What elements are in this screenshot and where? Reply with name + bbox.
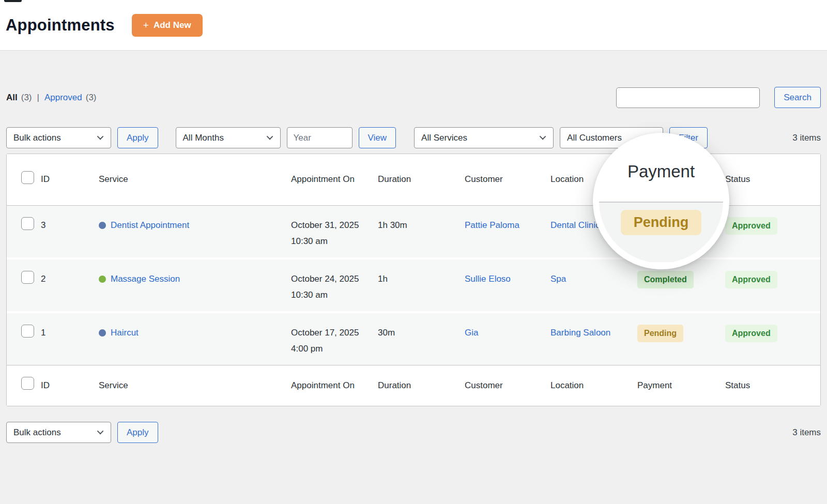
search-group: Search bbox=[616, 87, 821, 108]
magnifier-header-area: Payment bbox=[599, 139, 723, 203]
view-all-count: (3) bbox=[21, 93, 32, 103]
magnifier-body-area: Pending bbox=[599, 203, 723, 262]
table-row: 1 Haircut October 17, 2025 4:00 pm 30m G… bbox=[7, 313, 820, 365]
page-title: Appointments bbox=[6, 16, 115, 35]
column-footer-payment: Payment bbox=[637, 365, 725, 406]
column-header-customer: Customer bbox=[465, 154, 550, 206]
view-button[interactable]: View bbox=[359, 127, 396, 148]
row-checkbox[interactable] bbox=[21, 325, 34, 338]
view-approved-link[interactable]: Approved bbox=[44, 93, 82, 103]
bulk-actions-value: Bulk actions bbox=[13, 427, 61, 438]
apply-button-bottom[interactable]: Apply bbox=[117, 422, 158, 443]
page-header: Appointments + Add New bbox=[0, 0, 827, 51]
service-color-dot bbox=[99, 222, 106, 229]
payment-status-badge: Completed bbox=[637, 271, 694, 288]
column-header-status: Status bbox=[725, 154, 820, 206]
months-filter-value: All Months bbox=[183, 133, 224, 143]
service-link[interactable]: Dentist Appointment bbox=[111, 217, 189, 233]
column-footer-service: Service bbox=[99, 365, 291, 406]
status-badge: Approved bbox=[725, 325, 777, 342]
search-input[interactable] bbox=[616, 87, 760, 108]
customer-link[interactable]: Pattie Paloma bbox=[465, 220, 519, 230]
status-badge: Approved bbox=[725, 271, 777, 288]
months-filter-select[interactable]: All Months bbox=[176, 127, 281, 148]
cell-appointment-on: October 17, 2025 4:00 pm bbox=[291, 313, 378, 365]
column-footer-location: Location bbox=[550, 365, 637, 406]
column-footer-appointment-on: Appointment On bbox=[291, 365, 378, 406]
bottom-toolbar: Bulk actions Apply 3 items bbox=[6, 422, 821, 443]
add-new-label: Add New bbox=[154, 20, 191, 30]
chevron-down-icon bbox=[266, 133, 273, 140]
chevron-down-icon bbox=[97, 428, 104, 435]
row-checkbox[interactable] bbox=[21, 217, 34, 230]
payment-status-badge: Pending bbox=[637, 325, 683, 342]
view-approved-count: (3) bbox=[86, 93, 97, 103]
customer-link[interactable]: Sullie Eloso bbox=[465, 274, 511, 284]
table-footer-row: ID Service Appointment On Duration Custo… bbox=[7, 365, 820, 406]
cell-appointment-on: October 31, 2025 10:30 am bbox=[291, 206, 378, 259]
add-new-button[interactable]: + Add New bbox=[132, 14, 203, 37]
cell-id: 3 bbox=[41, 206, 99, 259]
column-footer-customer: Customer bbox=[465, 365, 550, 406]
location-link[interactable]: Spa bbox=[550, 274, 566, 284]
plus-icon: + bbox=[143, 20, 149, 30]
services-filter-value: All Services bbox=[421, 133, 467, 143]
services-filter-select[interactable]: All Services bbox=[414, 127, 554, 148]
cell-id: 2 bbox=[41, 259, 99, 313]
magnified-pending-badge: Pending bbox=[621, 210, 702, 235]
cell-appointment-on: October 24, 2025 10:30 am bbox=[291, 259, 378, 313]
customer-link[interactable]: Gia bbox=[465, 328, 478, 338]
column-footer-duration: Duration bbox=[378, 365, 465, 406]
table-row: 2 Massage Session October 24, 2025 10:30… bbox=[7, 259, 820, 313]
items-count-bottom: 3 items bbox=[792, 427, 821, 438]
chevron-down-icon bbox=[540, 133, 546, 140]
magnifier-lens: Payment Pending bbox=[593, 133, 729, 269]
status-badge: Approved bbox=[725, 217, 777, 235]
row-checkbox[interactable] bbox=[21, 271, 34, 284]
cell-duration: 30m bbox=[378, 313, 465, 365]
magnified-payment-column-label: Payment bbox=[599, 162, 723, 181]
cell-id: 1 bbox=[41, 313, 99, 365]
column-header-service: Service bbox=[99, 154, 291, 206]
location-link[interactable]: Dental Clinic bbox=[550, 220, 600, 230]
cell-duration: 1h 30m bbox=[378, 206, 465, 259]
window-edge-artifact bbox=[4, 0, 22, 2]
cell-duration: 1h bbox=[378, 259, 465, 313]
service-link[interactable]: Haircut bbox=[111, 325, 139, 341]
customers-filter-value: All Customers bbox=[567, 133, 622, 143]
apply-button[interactable]: Apply bbox=[117, 127, 158, 148]
year-input[interactable] bbox=[287, 127, 353, 148]
search-button[interactable]: Search bbox=[774, 87, 821, 108]
service-color-dot bbox=[99, 329, 106, 337]
main-content: All (3) | Approved (3) Search Bulk actio… bbox=[0, 87, 827, 443]
location-link[interactable]: Barbing Saloon bbox=[550, 328, 610, 338]
view-all-link[interactable]: All bbox=[6, 93, 18, 103]
column-header-appointment-on: Appointment On bbox=[291, 154, 378, 206]
select-all-checkbox[interactable] bbox=[21, 377, 34, 390]
column-header-id: ID bbox=[41, 154, 99, 206]
column-header-duration: Duration bbox=[378, 154, 465, 206]
select-all-checkbox[interactable] bbox=[21, 171, 34, 184]
view-filter-links: All (3) | Approved (3) bbox=[6, 93, 97, 103]
column-footer-status: Status bbox=[725, 365, 820, 406]
views-and-search-row: All (3) | Approved (3) Search bbox=[6, 87, 821, 108]
column-footer-id: ID bbox=[41, 365, 99, 406]
view-separator: | bbox=[36, 93, 41, 103]
bulk-actions-value: Bulk actions bbox=[13, 133, 61, 143]
service-color-dot bbox=[99, 276, 106, 283]
bulk-actions-select-bottom[interactable]: Bulk actions bbox=[6, 422, 111, 443]
chevron-down-icon bbox=[97, 133, 104, 140]
bulk-actions-select[interactable]: Bulk actions bbox=[6, 127, 111, 148]
service-link[interactable]: Massage Session bbox=[111, 271, 180, 287]
items-count: 3 items bbox=[792, 133, 821, 143]
